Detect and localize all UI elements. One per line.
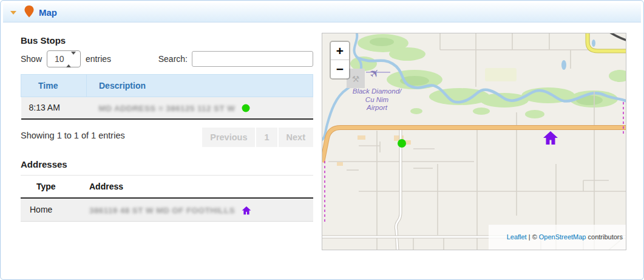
addresses-col-address: Address	[78, 175, 313, 198]
map-tiles: ⚒	[322, 33, 626, 250]
bus-stops-heading: Bus Stops	[21, 35, 313, 46]
zoom-out-button[interactable]: −	[331, 60, 349, 78]
left-column: Bus Stops Show 10 entries Search:	[21, 35, 313, 222]
table-controls: Show 10 entries Search:	[21, 50, 313, 68]
entries-label: entries	[86, 54, 111, 64]
page-length-value: 10	[55, 54, 64, 64]
zoom-in-button[interactable]: +	[331, 42, 349, 60]
addresses-table: Type Address Home 386119 48 ST W MD OF F…	[21, 175, 313, 222]
show-label: Show	[21, 54, 42, 64]
map-pin-icon	[24, 5, 34, 19]
table-footer: Showing 1 to 1 of 1 entries Previous 1 N…	[21, 128, 313, 147]
bus-stop-marker[interactable]	[398, 139, 406, 148]
entries-info: Showing 1 to 1 of 1 entries	[21, 128, 125, 140]
bus-stop-time: 8:13 AM	[21, 97, 87, 119]
bus-stops-col-description[interactable]: Description	[87, 75, 313, 97]
green-dot-icon	[242, 104, 250, 112]
addresses-heading: Addresses	[21, 159, 313, 169]
page-number-button[interactable]: 1	[256, 128, 277, 147]
collapse-caret-icon[interactable]	[10, 11, 16, 15]
pagination: Previous 1 Next	[201, 128, 313, 147]
redacted-address-text: 386119 48 ST W MD OF FOOTHILLS	[89, 206, 235, 215]
search-group: Search:	[158, 51, 313, 67]
address-value: 386119 48 ST W MD OF FOOTHILLS	[78, 198, 313, 221]
bus-stops-table: Time Description 8:13 AM MD ADDRESS = 38…	[21, 74, 313, 120]
zoom-control: + −	[330, 41, 350, 80]
quarry-icon: ⚒	[352, 74, 360, 84]
home-marker[interactable]	[543, 131, 558, 145]
airport-label: Black Diamond/ Cu Nim Airport	[345, 87, 408, 112]
redacted-address-text: MD ADDRESS = 386125 112 ST W	[99, 104, 236, 113]
address-type: Home	[21, 198, 78, 221]
next-page-button[interactable]: Next	[279, 128, 313, 147]
bus-stop-description: MD ADDRESS = 386125 112 ST W	[87, 97, 313, 119]
select-arrows-icon	[66, 55, 76, 64]
table-row: 8:13 AM MD ADDRESS = 386125 112 ST W	[21, 97, 313, 119]
map-canvas[interactable]: ⚒ + − ✈ Black Diamond/ Cu Nim Airport	[322, 33, 626, 250]
panel-header: Map	[3, 3, 641, 22]
attribution-suffix: contributors	[586, 233, 623, 241]
addresses-col-type: Type	[21, 175, 78, 198]
home-icon	[242, 206, 251, 215]
map-panel: Map Bus Stops Show 10 entries Search:	[0, 0, 644, 280]
bus-stops-col-time[interactable]: Time	[21, 75, 87, 97]
map-attribution: Leaflet | © OpenStreetMap contributors	[489, 225, 626, 250]
panel-body: Bus Stops Show 10 entries Search:	[4, 23, 640, 276]
previous-page-button[interactable]: Previous	[202, 128, 255, 147]
table-row: Home 386119 48 ST W MD OF FOOTHILLS	[21, 198, 313, 221]
panel-title: Map	[39, 7, 57, 18]
leaflet-link[interactable]: Leaflet	[507, 233, 527, 241]
page-length-select[interactable]: 10	[47, 50, 81, 67]
search-input[interactable]	[192, 51, 313, 67]
search-label: Search:	[158, 54, 188, 64]
openstreetmap-link[interactable]: OpenStreetMap	[539, 233, 586, 241]
attribution-separator: | ©	[527, 233, 539, 241]
